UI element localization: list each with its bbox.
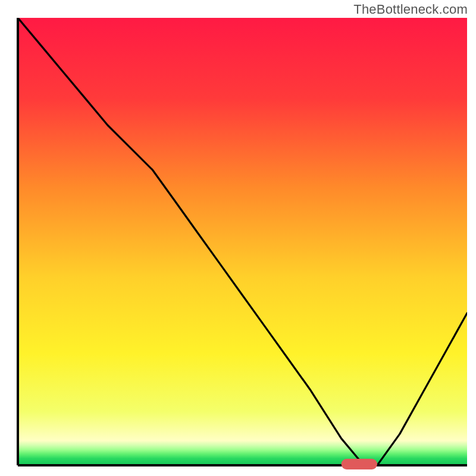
chart-svg [0,0,476,476]
plot-background [18,18,467,465]
watermark-text: TheBottleneck.com [353,2,468,17]
optimum-marker [342,459,377,469]
chart-container: TheBottleneck.com [0,0,476,476]
